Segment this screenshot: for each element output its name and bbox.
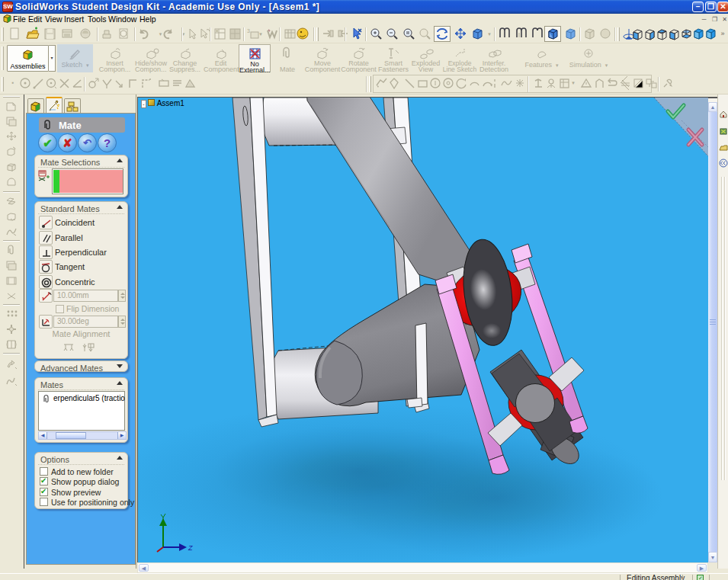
svg-text:Z: Z	[188, 544, 193, 552]
svg-text:3: 3	[247, 28, 250, 34]
